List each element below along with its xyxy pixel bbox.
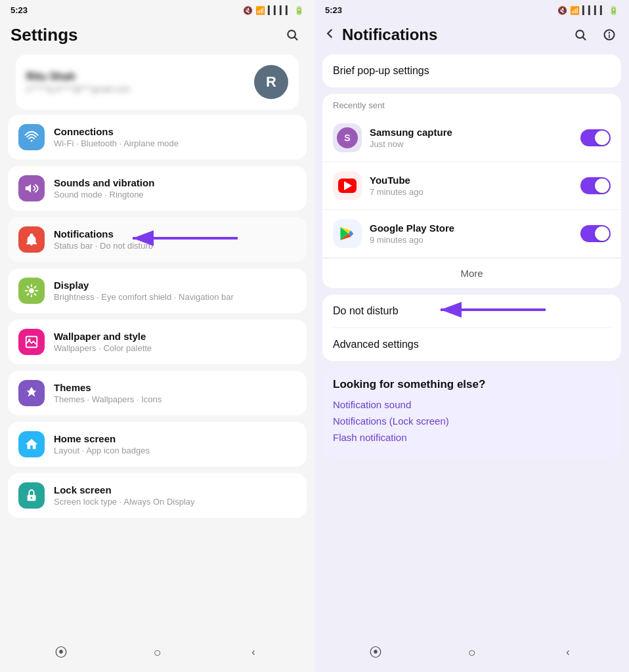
homescreen-title: Home screen bbox=[54, 433, 296, 444]
themes-icon bbox=[18, 380, 45, 406]
notifications-title: Notifications bbox=[342, 26, 569, 44]
settings-title: Settings bbox=[11, 25, 78, 45]
notifications-item[interactable]: Notifications Status bar · Do not distur… bbox=[8, 217, 307, 262]
youtube-item[interactable]: YouTube 7 minutes ago bbox=[322, 162, 621, 210]
playstore-icon bbox=[333, 219, 362, 248]
advanced-settings-item[interactable]: Advanced settings bbox=[322, 328, 621, 361]
volume-off-icon: 🔇 bbox=[243, 6, 253, 15]
yt-icon-inner bbox=[338, 178, 357, 193]
settings-header-icons bbox=[280, 23, 304, 47]
profile-card[interactable]: Ritu Shah s*****ly.d****@***gmail.com R bbox=[16, 54, 299, 110]
status-bar-left: 5:23 🔇 📶 ▎▎▎▎ 🔋 bbox=[0, 0, 314, 18]
more-button[interactable]: More bbox=[322, 258, 621, 288]
lockscreen-icon bbox=[18, 482, 45, 509]
profile-email: s*****ly.d****@***gmail.com bbox=[26, 84, 246, 94]
svg-line-1 bbox=[295, 37, 297, 40]
svg-line-19 bbox=[583, 37, 586, 40]
brief-popup-item[interactable]: Brief pop-up settings bbox=[322, 54, 621, 87]
status-bar-right: 5:23 🔇 📶 ▎▎▎▎ 🔋 bbox=[314, 0, 629, 18]
themes-subtitle: Themes · Wallpapers · Icons bbox=[54, 394, 296, 404]
wallpaper-icon bbox=[18, 329, 45, 355]
notification-sound-link[interactable]: Notification sound bbox=[333, 399, 611, 410]
playstore-name: Google Play Store bbox=[370, 222, 580, 234]
wallpaper-group: Wallpaper and style Wallpapers · Color p… bbox=[8, 320, 307, 364]
looking-title: Looking for something else? bbox=[333, 378, 611, 391]
connections-group: Connections Wi-Fi · Bluetooth · Airplane… bbox=[8, 115, 307, 159]
notifications-icon bbox=[18, 226, 45, 253]
themes-text: Themes Themes · Wallpapers · Icons bbox=[54, 382, 296, 404]
recent-apps-button[interactable]: ⦿ bbox=[49, 640, 73, 664]
sounds-item[interactable]: Sounds and vibration Sound mode · Ringto… bbox=[8, 166, 307, 211]
do-not-disturb-label: Do not disturb bbox=[333, 305, 399, 317]
sounds-group: Sounds and vibration Sound mode · Ringto… bbox=[8, 166, 307, 211]
back-button-right[interactable]: ‹ bbox=[556, 640, 580, 664]
homescreen-icon bbox=[18, 431, 45, 457]
toggle-knob-samsung bbox=[595, 131, 609, 145]
playstore-toggle[interactable] bbox=[580, 225, 611, 242]
looking-section: Looking for something else? Notification… bbox=[322, 368, 621, 459]
back-icon-right: ‹ bbox=[566, 646, 569, 658]
play-triangle bbox=[344, 181, 352, 190]
home-button-left[interactable]: ○ bbox=[145, 640, 169, 664]
youtube-icon bbox=[333, 171, 362, 200]
avatar: R bbox=[254, 65, 288, 99]
playstore-info: Google Play Store 9 minutes ago bbox=[370, 222, 580, 245]
youtube-toggle[interactable] bbox=[580, 177, 611, 194]
lockscreen-item[interactable]: Lock screen Screen lock type · Always On… bbox=[8, 473, 307, 518]
recently-sent-label: Recently sent bbox=[322, 94, 621, 114]
google-play-item[interactable]: Google Play Store 9 minutes ago bbox=[322, 210, 621, 258]
samsung-capture-item[interactable]: S Samsung capture Just now bbox=[322, 114, 621, 162]
lockscreen-title: Lock screen bbox=[54, 484, 296, 495]
themes-item[interactable]: Themes Themes · Wallpapers · Icons bbox=[8, 371, 307, 415]
notifications-lock-screen-link[interactable]: Notifications (Lock screen) bbox=[333, 415, 611, 427]
nav-bar-right: ⦿ ○ ‹ bbox=[314, 633, 629, 672]
connections-icon bbox=[18, 124, 45, 150]
volume-off-icon-r: 🔇 bbox=[557, 6, 567, 15]
do-not-disturb-item[interactable]: Do not disturb bbox=[322, 295, 621, 327]
more-label: More bbox=[460, 268, 483, 279]
notifications-info-button[interactable] bbox=[597, 23, 621, 47]
notifications-search-button[interactable] bbox=[569, 23, 592, 47]
youtube-name: YouTube bbox=[370, 175, 580, 186]
back-button-left[interactable]: ‹ bbox=[242, 640, 265, 664]
lockscreen-subtitle: Screen lock type · Always On Display bbox=[54, 497, 296, 507]
playstore-svg bbox=[338, 224, 357, 243]
dnd-card: Do not disturb Advanced settings bbox=[322, 295, 621, 361]
settings-panel: 5:23 🔇 📶 ▎▎▎▎ 🔋 Settings Ritu Shah s****… bbox=[0, 0, 314, 672]
toggle-knob-youtube bbox=[595, 178, 609, 193]
display-subtitle: Brightness · Eye comfort shield · Naviga… bbox=[54, 292, 296, 302]
svg-point-5 bbox=[29, 288, 33, 293]
homescreen-item[interactable]: Home screen Layout · App icon badges bbox=[8, 422, 307, 467]
sounds-icon bbox=[18, 175, 45, 201]
notifications-header-icons bbox=[569, 23, 621, 47]
notifications-back-button[interactable] bbox=[322, 26, 337, 44]
connections-item[interactable]: Connections Wi-Fi · Bluetooth · Airplane… bbox=[8, 115, 307, 159]
flash-notification-link[interactable]: Flash notification bbox=[333, 432, 611, 443]
recent-apps-button-right[interactable]: ⦿ bbox=[364, 640, 387, 664]
back-icon-left: ‹ bbox=[251, 646, 255, 658]
brief-popup-label: Brief pop-up settings bbox=[333, 65, 429, 76]
nav-bar-left: ⦿ ○ ‹ bbox=[0, 633, 314, 672]
lockscreen-group: Lock screen Screen lock type · Always On… bbox=[8, 473, 307, 518]
samsung-capture-toggle[interactable] bbox=[580, 129, 611, 146]
dnd-arrow-annotation bbox=[427, 295, 559, 329]
svg-point-17 bbox=[31, 497, 33, 499]
battery-icon-left: 🔋 bbox=[294, 6, 304, 15]
samsung-capture-icon: S bbox=[333, 123, 362, 152]
settings-search-button[interactable] bbox=[280, 23, 304, 47]
sounds-subtitle: Sound mode · Ringtone bbox=[54, 190, 296, 200]
home-button-right[interactable]: ○ bbox=[460, 640, 483, 664]
display-item[interactable]: Display Brightness · Eye comfort shield … bbox=[8, 268, 307, 313]
themes-title: Themes bbox=[54, 382, 296, 393]
youtube-info: YouTube 7 minutes ago bbox=[370, 175, 580, 197]
recently-sent-card: Recently sent S Samsung capture Just now bbox=[322, 94, 621, 288]
samsung-icon-inner: S bbox=[337, 127, 358, 148]
time-right: 5:23 bbox=[325, 5, 342, 15]
notifications-header: Notifications bbox=[314, 18, 629, 54]
settings-scroll-area: Ritu Shah s*****ly.d****@***gmail.com R … bbox=[0, 54, 314, 633]
notifications-panel: 5:23 🔇 📶 ▎▎▎▎ 🔋 Notifications bbox=[314, 0, 629, 672]
wallpaper-item[interactable]: Wallpaper and style Wallpapers · Color p… bbox=[8, 320, 307, 364]
notifications-subtitle: Status bar · Do not disturb bbox=[54, 241, 296, 251]
recent-icon: ⦿ bbox=[54, 645, 68, 660]
wallpaper-title: Wallpaper and style bbox=[54, 331, 296, 342]
